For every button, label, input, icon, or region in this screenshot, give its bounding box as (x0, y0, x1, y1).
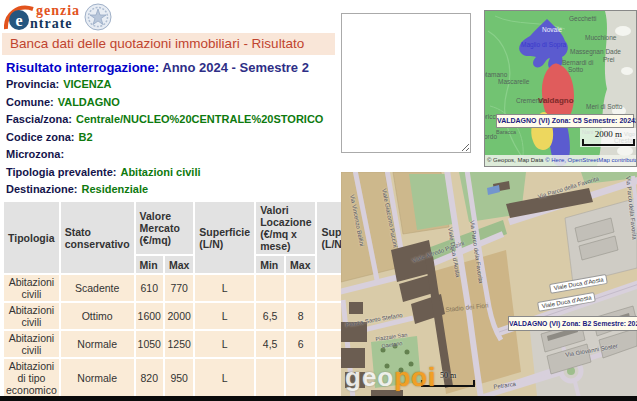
result-heading-value: Anno 2024 - Semestre 2 (162, 60, 309, 75)
place-label: otamano (484, 71, 507, 78)
quotations-table: Tipologia Stato conservativo Valore Merc… (2, 200, 378, 401)
page-title: Banca dati delle quotazioni immobiliari … (2, 33, 335, 55)
place-label: Novale (542, 26, 562, 33)
zone-overview-map[interactable]: Gecchetti Novale Mucchione Maglio di Sop… (484, 10, 637, 167)
place-label: Sotto (568, 66, 583, 73)
logo-letter: e (15, 12, 22, 29)
col-header-superficie-1: Superficie (L/N) (195, 202, 254, 273)
col-header-vm-min: Min (136, 256, 163, 273)
place-label: Baracca (496, 129, 516, 135)
table-row: Abitazioni civiliNormale 10501250 L4,5 6… (4, 331, 376, 357)
place-label: Mascarelle (498, 78, 529, 85)
logo-word-entrate: ntrate (30, 16, 73, 32)
page: e genzia ntrate Banca dati delle quotazi… (0, 0, 637, 401)
col-header-valori-locazione: Valori Locazione (€/mq x mese) (256, 202, 315, 254)
col-header-vl-max: Max (286, 256, 315, 273)
place-label: Maglio di Sopra (521, 41, 566, 48)
col-header-tipologia: Tipologia (4, 202, 59, 273)
street-tooltip: VALDAGNO (VI) Zona: B2 Semestre: 20242 (508, 316, 637, 331)
field-destinazione: Destinazione:Residenziale (6, 183, 148, 195)
zone-scale-bar (582, 139, 635, 146)
field-microzona: Microzona: (6, 148, 68, 160)
zone-scale-label: 2000 m (582, 129, 635, 139)
field-tipologia-prevalente: Tipologia prevalente:Abitazioni civili (6, 166, 201, 178)
col-header-vl-min: Min (256, 256, 284, 273)
place-label: Mucchione (585, 34, 616, 41)
result-heading: Risultato interrogazione: Anno 2024 - Se… (6, 60, 309, 75)
field-fascia-zona: Fascia/zona:Centrale/NUCLEO%20CENTRALE%2… (6, 113, 323, 125)
map-attribution: © Geopos, Map Data © Here, OpenStreetMap… (485, 155, 637, 166)
place-label: Meri di Sotto (586, 103, 623, 110)
col-header-valore-mercato: Valore Mercato (€/mq) (136, 202, 194, 254)
place-label: Gecchetti (569, 15, 596, 22)
place-label: Massegnan Dade (570, 48, 621, 55)
agenzia-entrate-logo: e genzia ntrate (4, 1, 114, 32)
table-row: Abitazioni di tipo economicoNormale 8209… (4, 359, 376, 397)
zone-scale: 2000 m (580, 128, 637, 147)
field-provincia: Provincia:VICENZA (6, 78, 111, 90)
zone-tooltip: VALDAGNO (VI) Zona: C5 Semestre: 20242 (496, 114, 634, 128)
place-label-valdagno: Valdagno (538, 96, 574, 105)
field-codice-zona: Codice zona:B2 (6, 131, 93, 143)
table-row: Abitazioni civiliScadente 610770 L (4, 275, 376, 301)
bottom-window-edge (0, 396, 637, 401)
place-label: Prei (603, 56, 615, 63)
geopoi-logo: geopoi (345, 362, 436, 393)
col-header-vm-max: Max (165, 256, 193, 273)
italy-emblem-icon (84, 3, 112, 31)
notes-textarea[interactable] (341, 13, 471, 153)
field-comune: Comune:VALDAGNO (6, 96, 120, 108)
result-heading-label: Risultato interrogazione: (6, 60, 159, 75)
col-header-stato: Stato conservativo (61, 202, 134, 273)
table-row: Abitazioni civiliOttimo 16002000 L6,5 8L (4, 303, 376, 329)
place-label: Bernardi di (562, 59, 593, 66)
street-detail-map[interactable]: Via Vincenzo Bellini Viale Giacomo Pucci… (341, 172, 637, 396)
